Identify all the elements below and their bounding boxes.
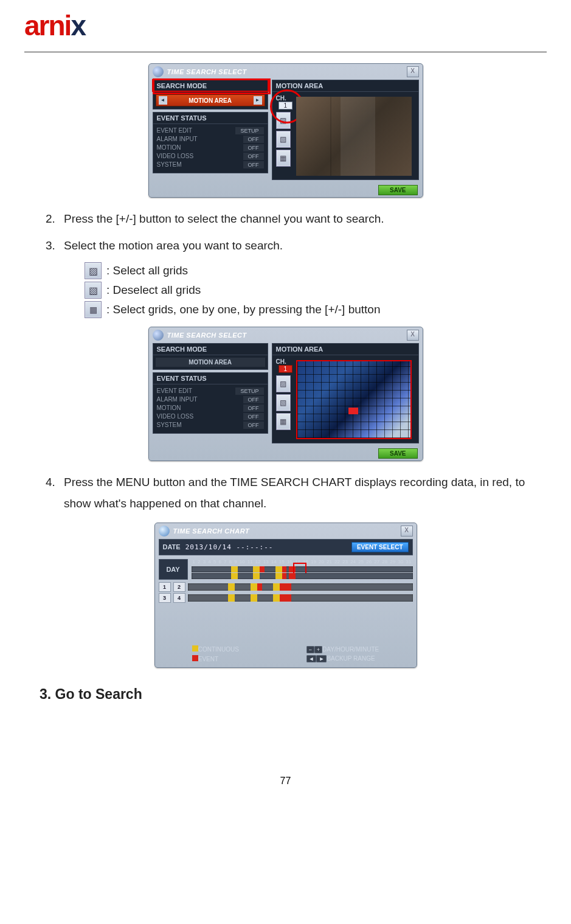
legend-deselect-all: ▧ : Deselect all grids (85, 282, 531, 299)
channel-index[interactable]: 2 (173, 582, 185, 592)
channel-label: CH. (276, 358, 286, 365)
event-row: SYSTEMOFF (157, 421, 264, 429)
grid-select-icon[interactable]: ▦ (276, 413, 291, 430)
clock-icon (153, 66, 164, 77)
channel-row: 1 2 (159, 582, 413, 592)
day-bar-track-1[interactable] (192, 566, 413, 572)
save-button[interactable]: SAVE (378, 448, 418, 459)
event-row: EVENT EDITSETUP (157, 127, 264, 135)
date-label: DATE (163, 543, 181, 551)
dropdown-value: MOTION AREA (189, 97, 232, 104)
continuous-swatch (192, 645, 198, 651)
event-row: VIDEO LOSSOFF (157, 412, 264, 421)
search-mode-dropdown[interactable]: ◄ MOTION AREA ► (156, 94, 265, 106)
step-2: 2. Press the [+/-] button to select the … (40, 209, 531, 229)
close-icon[interactable]: X (407, 66, 419, 77)
left-key-icon: ◄ (306, 655, 317, 662)
motion-grid-preview[interactable] (296, 360, 412, 439)
close-icon[interactable]: X (401, 526, 413, 537)
save-button[interactable]: SAVE (378, 185, 418, 195)
clock-icon (153, 330, 164, 341)
brand-logo: arnix (24, 0, 547, 48)
select-all-icon: ▨ (85, 262, 102, 279)
close-icon[interactable]: X (407, 330, 419, 341)
plus-key-icon: + (314, 646, 322, 653)
channel-index[interactable]: 3 (159, 593, 171, 603)
time-search-select-window-grid: X TIME SEARCH SELECT SEARCH MODE MOTION … (148, 327, 423, 461)
date-value: 2013/10/14 --:--:-- (185, 543, 274, 551)
section-heading: 3. Go to Search (40, 686, 531, 703)
channel-row: 3 4 (159, 593, 413, 603)
minus-key-icon: − (306, 646, 314, 653)
step-3: 3. Select the motion area you want to se… (40, 235, 531, 256)
deselect-all-icon[interactable]: ▧ (276, 131, 291, 148)
event-row: VIDEO LOSSOFF (157, 152, 264, 161)
motion-area-header: MOTION AREA (272, 80, 419, 91)
channel-index[interactable]: 4 (173, 593, 185, 603)
select-all-icon[interactable]: ▨ (276, 375, 291, 392)
day-label: DAY (159, 559, 188, 580)
step-4: 4. Press the MENU button and the TIME SE… (40, 472, 531, 513)
grid-select-icon: ▦ (85, 301, 102, 318)
motion-area-header: MOTION AREA (272, 343, 419, 355)
day-bar-track-2[interactable] (192, 573, 413, 579)
window-title: TIME SEARCH SELECT (167, 332, 247, 339)
search-mode-header: SEARCH MODE (153, 343, 268, 355)
channel-preview (296, 97, 412, 176)
event-row: SYSTEMOFF (157, 161, 264, 169)
event-status-header: EVENT STATUS (153, 372, 268, 384)
event-row: ALARM INPUTOFF (157, 135, 264, 144)
channel-index[interactable]: 1 (159, 582, 171, 592)
channel-bar[interactable] (188, 583, 413, 591)
event-row: MOTIONOFF (157, 144, 264, 152)
channel-bar[interactable] (188, 594, 413, 602)
deselect-all-icon[interactable]: ▧ (276, 394, 291, 411)
event-row: ALARM INPUTOFF (157, 395, 264, 404)
event-swatch (192, 655, 198, 661)
header-divider (24, 52, 547, 52)
search-mode-dropdown[interactable]: MOTION AREA (156, 358, 265, 367)
legend-select-all: ▨ : Select all grids (85, 262, 531, 279)
chart-legend: CONTINUOUS EVENT −+DAY/HOUR/MINUTE ◄►BAC… (159, 645, 413, 662)
right-key-icon: ► (316, 655, 327, 662)
time-search-chart-window: X TIME SEARCH CHART DATE 2013/10/14 --:-… (154, 523, 417, 668)
grid-select-icon[interactable]: ▦ (276, 150, 291, 167)
time-search-select-window: X TIME SEARCH SELECT SEARCH MODE ◄ MOTIO… (148, 63, 423, 198)
page-number: 77 (24, 776, 547, 787)
deselect-all-icon: ▧ (85, 282, 102, 299)
channel-value[interactable]: 1 (279, 365, 293, 373)
event-select-button[interactable]: EVENT SELECT (351, 542, 409, 552)
legend-grid-select: ▦ : Select grids, one by one, by pressin… (85, 301, 531, 318)
event-status-header: EVENT STATUS (153, 112, 268, 123)
window-title: TIME SEARCH CHART (173, 527, 250, 535)
window-title: TIME SEARCH SELECT (167, 68, 247, 75)
event-row: MOTIONOFF (157, 404, 264, 412)
magnifier-clock-icon (159, 526, 170, 537)
event-row: EVENT EDITSETUP (157, 387, 264, 395)
